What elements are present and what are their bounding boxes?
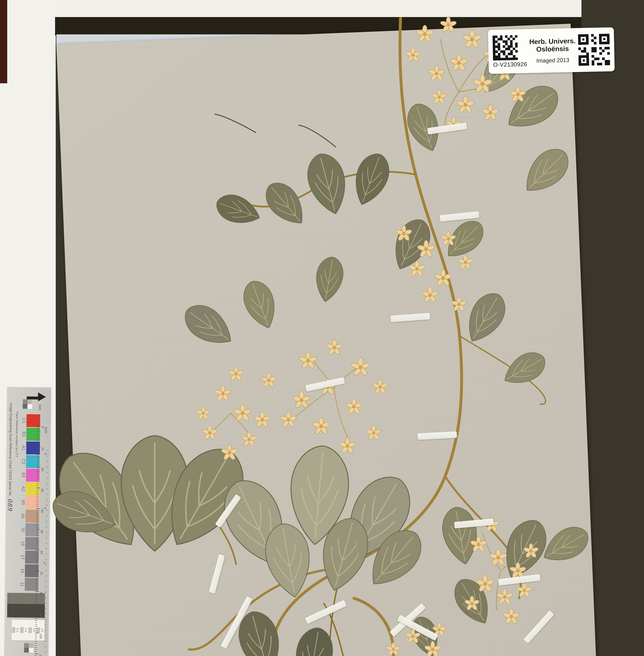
ruler-number: 80 [39, 592, 43, 596]
ruler-number: 40 [40, 509, 44, 513]
chart-patch-label: 17 [19, 554, 25, 560]
barcode-label: O-V2130926 Herb. Univers. Osloënsis Imag… [488, 27, 615, 74]
scale-arrow-top-icon [38, 392, 46, 401]
chart-patch-label: A5 [19, 513, 25, 519]
ruler-number: 5 [43, 507, 47, 509]
checker-patch-mid [24, 643, 34, 653]
ruler-number: 6 [44, 453, 47, 455]
chart-patch-label: 11 [19, 582, 25, 587]
catalog-number: O-V2130926 [493, 61, 527, 68]
chart-patch-label: 18 [19, 541, 25, 546]
resolution-number: 4.5 [41, 629, 44, 632]
imaged-year: Imaged 2013 [527, 57, 579, 64]
chart-patch-label: B1 [20, 432, 26, 437]
institution-name-line1: Herb. Univers. [527, 37, 578, 45]
ruler-number: 0 [41, 426, 45, 428]
ruler-number: 50 [40, 530, 44, 533]
ruler-number: 110 [39, 654, 42, 656]
chart-patch-label: B2 [20, 473, 26, 478]
chart-patch-label: 20 [19, 527, 25, 532]
resolution-number: 6.3 [16, 628, 19, 632]
resolution-stripes [20, 627, 24, 633]
ruler-number: 3 [42, 616, 46, 618]
pressed-plant-specimen [0, 0, 644, 656]
ruler-number: 30 [41, 488, 44, 492]
resolution-number: 5.6 [24, 628, 27, 632]
chart-patch-label: C1 [20, 418, 26, 423]
flower-clusters [196, 17, 539, 656]
ruler-number: 60 [40, 551, 44, 554]
ruler-number: 4 [43, 562, 46, 564]
chart-patch-label: A1 [20, 445, 26, 451]
herbarium-scan: { "barcode_label": { "institution_line1"… [0, 0, 644, 656]
resolution-stripes [29, 627, 32, 633]
checker-patch-top [23, 399, 32, 409]
chart-patch-label: B5 [20, 500, 26, 505]
resolution-stripes [12, 627, 16, 633]
chart-serial-handwritten: 089 [7, 498, 14, 511]
chart-patch-label: A2 [20, 486, 26, 491]
chart-patch-note: Patch Reference numbers on UTT [15, 412, 19, 458]
datamatrix-barcode-icon [492, 35, 518, 61]
ruler-number: 20 [41, 468, 44, 471]
resolution-cell: 5.6 [20, 627, 27, 633]
ruler-number: 70 [40, 571, 43, 575]
chart-patch-label: 16 [19, 568, 25, 573]
institution-name-line2: Osloënsis [527, 45, 578, 53]
qr-code-icon [578, 34, 610, 66]
resolution-cell: 5.0 [29, 627, 36, 633]
chart-patch-swatch [26, 414, 40, 427]
resolution-cell: 6.3 [12, 627, 19, 633]
chart-patch-C1: C1 [20, 414, 40, 427]
ruler-number: 100 [39, 634, 43, 639]
ruler-number: 90 [39, 613, 43, 616]
mm-unit-label: mm [38, 404, 42, 410]
ruler-number: 10 [41, 447, 45, 451]
color-calibration-chart: Image Engineering Scan Reference Chart T… [3, 387, 51, 656]
chart-patch-label: C2 [20, 459, 26, 464]
